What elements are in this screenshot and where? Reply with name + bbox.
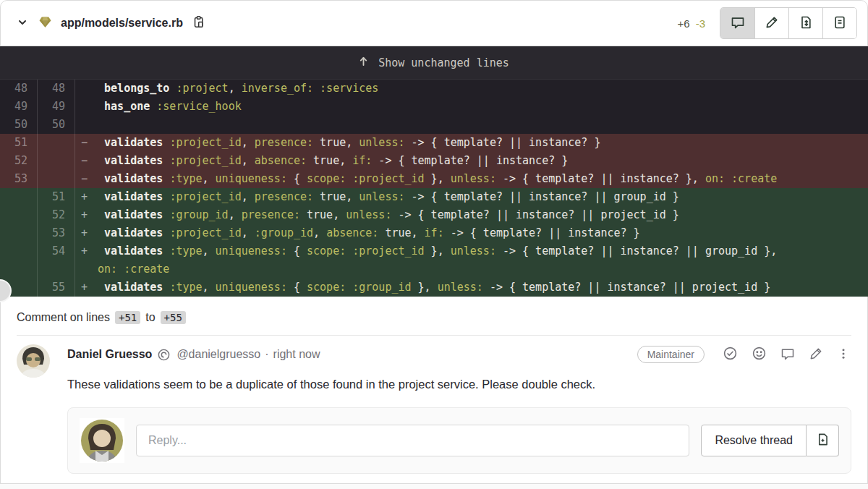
file-actions-group [720, 7, 857, 39]
new-line-number[interactable] [38, 152, 75, 170]
new-line-number[interactable]: 53 [38, 224, 75, 242]
code-line: validates :project_id, :group_id, absenc… [91, 224, 868, 242]
show-unchanged-lines-button[interactable]: Show unchanged lines [0, 46, 868, 80]
new-line-number[interactable] [38, 134, 75, 152]
diff-sign: + [75, 206, 91, 224]
new-line-number[interactable]: 49 [38, 98, 75, 116]
old-line-number[interactable] [0, 242, 38, 260]
document-icon [833, 15, 847, 32]
author-avatar [17, 344, 50, 378]
file-header: app/models/service.rb +6 -3 [0, 0, 868, 46]
maintainer-badge: Maintainer [637, 346, 705, 363]
author-name[interactable]: Daniel Gruesso [67, 348, 152, 361]
diff-row: 53− validates :type, uniqueness: { scope… [0, 170, 868, 188]
diff-sign: − [75, 134, 91, 152]
file-path[interactable]: app/models/service.rb [61, 17, 183, 30]
diff-sign: − [75, 170, 91, 188]
edit-comment-button[interactable] [807, 345, 825, 365]
additions-stat: +6 [678, 17, 690, 30]
diff-sign: + [75, 278, 91, 297]
expand-up-icon [359, 56, 368, 69]
code-line: validates :group_id, presence: true, unl… [91, 206, 868, 224]
new-line-number[interactable]: 50 [38, 116, 75, 134]
old-line-number[interactable] [0, 188, 38, 206]
comment-timestamp: right now [273, 348, 320, 361]
toggle-comments-button[interactable] [720, 8, 754, 38]
new-line-number[interactable]: 51 [38, 188, 75, 206]
line-from-chip: +51 [115, 311, 140, 324]
compare-versions-button[interactable] [788, 8, 822, 38]
diff-row: 5050 [0, 116, 868, 134]
edit-file-button[interactable] [754, 8, 788, 38]
copy-path-button[interactable] [192, 14, 207, 33]
reply-avatar-tile [80, 418, 124, 463]
file-diff-card: app/models/service.rb +6 -3 [0, 0, 868, 489]
code-line: has_one :service_hook [91, 98, 868, 116]
old-line-number[interactable]: 48 [0, 80, 38, 98]
old-line-number[interactable] [0, 260, 38, 278]
old-line-number[interactable] [0, 206, 38, 224]
diff-row: 55+ validates :type, uniqueness: { scope… [0, 278, 868, 297]
old-line-number[interactable] [0, 224, 38, 242]
new-line-number[interactable] [38, 260, 75, 278]
reply-comment-button[interactable] [779, 345, 796, 365]
diff-row: 52+ validates :group_id, presence: true,… [0, 206, 868, 224]
collapse-file-button[interactable] [15, 15, 30, 32]
diff-panel: Show unchanged lines 4848 belongs_to :pr… [0, 46, 868, 297]
resolve-thread-button[interactable]: Resolve thread [701, 425, 807, 456]
author-handle: @danielgruesso [176, 348, 260, 361]
code-line: validates :type, uniqueness: { scope: :p… [91, 170, 868, 188]
reply-input[interactable] [136, 425, 689, 456]
diff-row: on: :create [0, 260, 868, 278]
code-line: validates :type, uniqueness: { scope: :g… [91, 278, 868, 297]
diff-sign: − [75, 152, 91, 170]
diff-row: 54+ validates :type, uniqueness: { scope… [0, 242, 868, 260]
diff-row: 4848 belongs_to :project, inverse_of: :s… [0, 80, 868, 98]
divider [17, 335, 851, 336]
pencil-icon [765, 15, 779, 32]
new-line-number[interactable]: 55 [38, 278, 75, 297]
file-resize-icon [799, 15, 813, 32]
diff-row: 51+ validates :project_id, presence: tru… [0, 188, 868, 206]
resolve-comment-button[interactable] [721, 344, 739, 365]
comment-thread: Daniel Gruesso @danielgruesso · right no… [17, 344, 851, 393]
next-section-edge [0, 483, 868, 489]
diff-sign [75, 80, 91, 98]
old-line-number[interactable]: 49 [0, 98, 38, 116]
code-line: on: :create [91, 260, 868, 278]
diff-row: 4949 has_one :service_hook [0, 98, 868, 116]
current-user-avatar [81, 420, 123, 462]
separator-dot: · [265, 348, 268, 361]
code-line: validates :type, uniqueness: { scope: :p… [91, 242, 868, 260]
code-line: validates :project_id, presence: true, u… [91, 134, 868, 152]
old-line-number[interactable]: 51 [0, 134, 38, 152]
code-line: belongs_to :project, inverse_of: :servic… [91, 80, 868, 98]
comment-heading: Comment on lines +51 to +55 [17, 311, 851, 324]
view-file-button[interactable] [822, 8, 856, 38]
diff-sign [75, 116, 91, 134]
code-line [91, 116, 868, 134]
diff-row: 53+ validates :project_id, :group_id, ab… [0, 224, 868, 242]
new-issue-from-thread-icon [816, 433, 830, 448]
reply-container: Resolve thread [67, 407, 851, 474]
comment-body: These validations seem to be a duplicate… [67, 376, 851, 393]
old-line-number[interactable]: 53 [0, 170, 38, 188]
new-line-number[interactable]: 54 [38, 242, 75, 260]
comment-header: Daniel Gruesso @danielgruesso · right no… [67, 344, 851, 365]
more-options-button[interactable] [835, 345, 851, 365]
diff-code: 4848 belongs_to :project, inverse_of: :s… [0, 80, 868, 297]
comment-bubble-icon [731, 15, 745, 32]
chevron-down-icon [17, 17, 28, 30]
check-circle-icon [723, 346, 738, 363]
old-line-number[interactable]: 52 [0, 152, 38, 170]
comment-section: Comment on lines +51 to +55 Daniel Grues… [0, 297, 868, 483]
resolve-thread-options-button[interactable] [807, 425, 839, 456]
code-line: validates :project_id, absence: true, if… [91, 152, 868, 170]
new-line-number[interactable] [38, 170, 75, 188]
comment-heading-text: Comment on lines [17, 311, 110, 324]
diff-row: 52− validates :project_id, absence: true… [0, 152, 868, 170]
new-line-number[interactable]: 48 [38, 80, 75, 98]
add-reaction-button[interactable] [750, 344, 768, 365]
old-line-number[interactable]: 50 [0, 116, 38, 134]
new-line-number[interactable]: 52 [38, 206, 75, 224]
